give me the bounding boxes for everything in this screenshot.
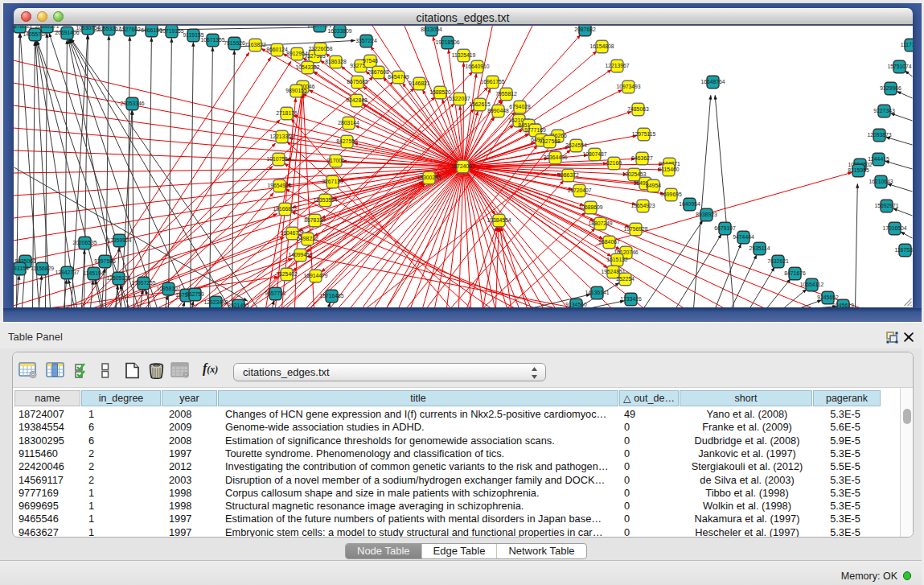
- svg-text:12093873: 12093873: [867, 132, 891, 138]
- svg-text:16154808: 16154808: [589, 43, 614, 49]
- svg-text:3624554: 3624554: [565, 142, 587, 148]
- svg-text:993154: 993154: [14, 266, 29, 271]
- svg-text:1244415: 1244415: [868, 156, 889, 162]
- svg-text:20691406: 20691406: [55, 30, 79, 35]
- svg-text:16914479: 16914479: [303, 273, 327, 278]
- svg-text:9245613: 9245613: [832, 303, 854, 307]
- svg-text:9329966: 9329966: [880, 85, 901, 91]
- svg-text:7986372: 7986372: [557, 172, 579, 178]
- svg-text:9699695: 9699695: [660, 192, 682, 197]
- svg-text:1117350: 1117350: [900, 42, 912, 47]
- svg-text:10107554: 10107554: [266, 156, 290, 162]
- svg-text:2935114: 2935114: [749, 245, 770, 251]
- svg-text:18300295: 18300295: [417, 175, 441, 180]
- svg-text:17359924: 17359924: [107, 237, 131, 243]
- svg-text:9242848: 9242848: [346, 97, 368, 103]
- svg-text:7163822: 7163822: [244, 42, 266, 47]
- svg-text:16046726: 16046726: [280, 230, 304, 236]
- svg-text:6679197: 6679197: [714, 225, 736, 231]
- svg-text:9227343: 9227343: [873, 108, 895, 113]
- svg-text:1588520: 1588520: [429, 89, 451, 95]
- svg-text:7632621: 7632621: [767, 258, 789, 264]
- svg-text:23226058: 23226058: [308, 46, 332, 51]
- svg-text:3357224: 3357224: [355, 38, 377, 43]
- svg-text:20364436: 20364436: [543, 154, 567, 160]
- svg-text:8938923: 8938923: [696, 212, 717, 217]
- svg-text:8990448: 8990448: [487, 108, 509, 113]
- svg-text:12975115: 12975115: [631, 131, 655, 137]
- svg-text:12213967: 12213967: [605, 63, 629, 68]
- svg-text:7955812: 7955812: [495, 91, 517, 97]
- svg-text:16033809: 16033809: [327, 28, 351, 34]
- svg-text:16961755: 16961755: [480, 79, 504, 84]
- svg-text:9474444: 9474444: [733, 234, 754, 240]
- svg-text:1145194: 1145194: [83, 270, 104, 276]
- svg-text:15720407: 15720407: [567, 187, 591, 193]
- svg-text:10671355: 10671355: [200, 37, 224, 43]
- svg-text:10958107: 10958107: [156, 286, 180, 291]
- svg-text:9397586: 9397586: [94, 258, 116, 264]
- svg-text:10543382: 10543382: [295, 64, 319, 70]
- svg-text:10719155: 10719155: [159, 28, 183, 34]
- svg-text:10553267: 10553267: [97, 26, 121, 31]
- svg-text:962759: 962759: [186, 291, 204, 297]
- svg-text:1562615: 1562615: [469, 101, 491, 107]
- svg-text:10807487: 10807487: [582, 151, 606, 157]
- svg-text:10025453: 10025453: [622, 171, 646, 177]
- svg-text:20392271: 20392271: [35, 26, 59, 29]
- svg-text:11325419: 11325419: [451, 52, 475, 58]
- svg-text:8678334: 8678334: [304, 217, 326, 223]
- svg-text:1733426: 1733426: [620, 296, 642, 302]
- svg-text:10688609: 10688609: [578, 204, 602, 210]
- svg-text:16640910: 16640910: [465, 64, 489, 69]
- svg-text:20053346: 20053346: [120, 101, 144, 106]
- svg-text:8675685: 8675685: [347, 79, 368, 84]
- svg-text:19218506: 19218506: [435, 39, 459, 45]
- svg-text:7515526: 7515526: [224, 40, 245, 46]
- svg-text:62160: 62160: [606, 160, 622, 166]
- svg-text:15716485: 15716485: [319, 293, 343, 299]
- svg-text:15692971: 15692971: [874, 203, 898, 208]
- svg-text:8427552: 8427552: [336, 138, 358, 144]
- svg-text:1640954: 1640954: [679, 201, 700, 207]
- svg-text:12505135: 12505135: [106, 275, 130, 281]
- svg-text:9134560: 9134560: [565, 302, 587, 307]
- svg-text:16648764: 16648764: [700, 79, 725, 84]
- svg-text:9115460: 9115460: [658, 167, 679, 172]
- svg-text:2718176: 2718176: [276, 110, 298, 116]
- svg-text:84954: 84954: [646, 183, 661, 188]
- svg-text:12923448: 12923448: [203, 299, 228, 305]
- svg-text:16876033: 16876033: [14, 26, 32, 29]
- svg-text:18807249: 18807249: [588, 220, 612, 226]
- svg-text:7485063: 7485063: [627, 106, 649, 112]
- svg-text:14136141: 14136141: [585, 290, 609, 295]
- svg-text:2087682: 2087682: [574, 27, 596, 32]
- svg-text:19166822: 19166822: [273, 206, 297, 212]
- svg-text:1615132: 1615132: [606, 257, 628, 262]
- svg-text:19756928: 19756928: [623, 226, 647, 232]
- svg-text:12353594: 12353594: [313, 197, 337, 203]
- svg-text:19654925: 19654925: [267, 183, 291, 188]
- svg-text:9245652: 9245652: [817, 295, 839, 300]
- svg-text:18724007: 18724007: [450, 163, 474, 169]
- svg-text:9146821: 9146821: [409, 80, 430, 86]
- svg-text:12213369: 12213369: [269, 134, 294, 139]
- svg-text:9890155: 9890155: [285, 88, 307, 93]
- svg-text:16210643: 16210643: [869, 179, 893, 184]
- svg-text:8454749: 8454749: [388, 74, 409, 80]
- svg-text:9327568: 9327568: [539, 138, 561, 144]
- svg-text:17016504: 17016504: [882, 225, 906, 231]
- svg-text:8186328: 8186328: [325, 59, 347, 64]
- svg-text:20206535: 20206535: [72, 240, 97, 245]
- svg-text:6794028: 6794028: [509, 104, 531, 109]
- svg-text:5322037: 5322037: [449, 96, 470, 101]
- svg-text:252254: 252254: [616, 276, 634, 282]
- svg-text:10654112: 10654112: [799, 282, 823, 287]
- svg-text:9777169: 9777169: [524, 127, 546, 133]
- svg-text:97546: 97546: [363, 58, 378, 64]
- svg-text:3267130: 3267130: [322, 179, 343, 184]
- svg-text:917006: 917006: [326, 158, 345, 163]
- svg-text:8471676: 8471676: [784, 270, 806, 276]
- svg-text:19384554: 19384554: [487, 217, 511, 223]
- svg-text:15751074: 15751074: [887, 64, 911, 69]
